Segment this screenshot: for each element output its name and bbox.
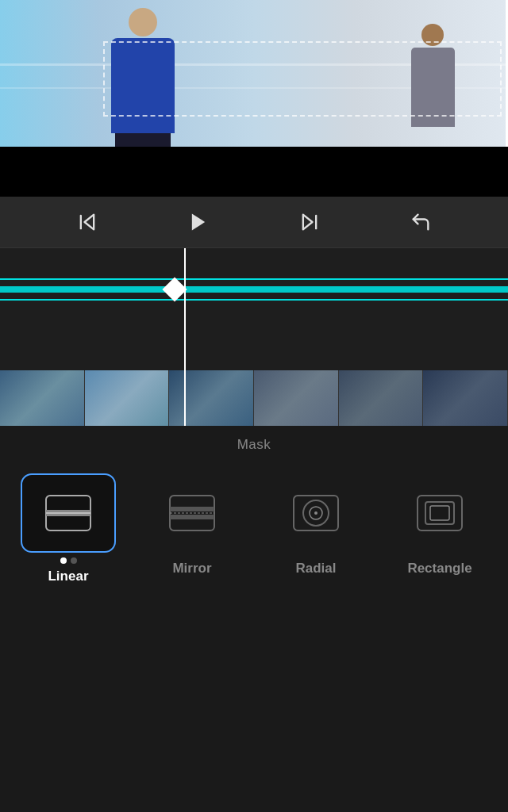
- track-border-top: [0, 278, 508, 280]
- mask-option-mirror[interactable]: Mirror: [133, 473, 251, 576]
- dot-1: [60, 557, 67, 564]
- radial-icon: [291, 492, 341, 534]
- svg-marker-2: [192, 214, 205, 231]
- radial-icon-box: [268, 473, 364, 553]
- mask-options: Linear Mirror Radial: [0, 464, 508, 597]
- rectangle-label: Rectangle: [407, 561, 471, 576]
- thumbnail-2: [85, 370, 170, 426]
- linear-icon-box: [21, 473, 116, 553]
- track-border-bottom: [0, 299, 508, 301]
- timeline-spacer-top: [0, 248, 508, 272]
- skip-back-button[interactable]: [70, 205, 105, 239]
- svg-rect-10: [170, 515, 214, 519]
- svg-rect-16: [418, 496, 462, 530]
- thumbnail-4: [254, 370, 339, 426]
- mask-label-area: Mask: [0, 426, 508, 464]
- linear-icon: [43, 492, 94, 534]
- linear-label: Linear: [48, 569, 88, 584]
- thumbnail-3: [169, 370, 254, 426]
- svg-point-15: [314, 511, 318, 515]
- mirror-icon: [167, 492, 217, 534]
- dots-indicator: [60, 557, 77, 564]
- timeline-spacer-middle: [0, 307, 508, 370]
- rectangle-icon: [414, 492, 465, 534]
- svg-rect-9: [170, 507, 214, 511]
- mask-option-linear[interactable]: Linear: [10, 473, 127, 584]
- thumbnail-1: [0, 370, 85, 426]
- keyframe-track[interactable]: [0, 272, 508, 307]
- svg-marker-3: [303, 215, 313, 230]
- thumbnail-5: [339, 370, 424, 426]
- selection-box: [103, 41, 502, 117]
- dot-2: [71, 557, 77, 564]
- thumbnail-strip[interactable]: [0, 370, 508, 426]
- timeline-area[interactable]: [0, 248, 508, 426]
- undo-button[interactable]: [403, 205, 438, 239]
- rectangle-icon-box: [392, 473, 487, 553]
- video-black-bar: [0, 147, 508, 197]
- mask-option-rectangle[interactable]: Rectangle: [381, 473, 498, 576]
- svg-marker-0: [85, 215, 94, 230]
- track-body: [0, 286, 508, 293]
- play-button[interactable]: [181, 205, 216, 239]
- mirror-label: Mirror: [172, 561, 211, 576]
- thumbnail-6: [423, 370, 508, 426]
- transport-controls: [0, 197, 508, 248]
- keyframe-diamond[interactable]: [162, 277, 187, 301]
- skip-forward-button[interactable]: [292, 205, 327, 239]
- radial-label: Radial: [295, 561, 336, 576]
- video-scene: [0, 0, 508, 147]
- playhead[interactable]: [184, 248, 186, 426]
- mirror-icon-box: [144, 473, 240, 553]
- video-preview: [0, 0, 508, 197]
- svg-rect-18: [430, 506, 449, 520]
- mask-title: Mask: [237, 437, 271, 453]
- mask-option-radial[interactable]: Radial: [257, 473, 375, 576]
